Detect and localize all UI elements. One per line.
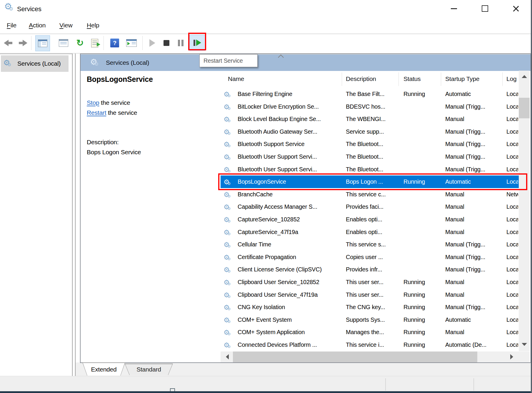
tab-extended[interactable]: Extended (82, 362, 125, 376)
service-row-connected-devices-platform[interactable]: Connected Devices Platform ...This servi… (221, 339, 519, 351)
column-header-startup-type[interactable]: Startup Type (445, 75, 479, 82)
service-row-cng-key-isolation[interactable]: CNG Key IsolationThe CNG key...RunningMa… (221, 301, 519, 314)
menu-view[interactable]: View (59, 22, 72, 29)
menu-file[interactable]: File (7, 22, 16, 29)
service-row-bopslogonservice[interactable]: BopsLogonServiceBops Logon ...RunningAut… (221, 175, 519, 188)
list-header-row: Name Description Status Startup Type Log (221, 71, 519, 88)
service-row-certificate-propagation[interactable]: Certificate PropagationCopies user ...Ma… (221, 251, 519, 263)
service-name: Certificate Propagation (238, 251, 340, 263)
scrollbar-corner (519, 351, 530, 362)
tree-item-services-local[interactable]: Services (Local) (1, 55, 69, 72)
service-row-bluetooth-user-support-servi[interactable]: Bluetooth User Support Servi...The Bluet… (221, 150, 519, 163)
service-row-bluetooth-audio-gateway-ser[interactable]: Bluetooth Audio Gateway Ser...Service su… (221, 125, 519, 138)
menu-help[interactable]: Help (87, 22, 99, 29)
export-list-button[interactable] (88, 34, 101, 52)
tab-standard-label: Standard (125, 366, 173, 373)
status-bar (0, 376, 532, 392)
service-row-block-level-backup-engine-se[interactable]: Block Level Backup Engine Se...The WBENG… (221, 113, 519, 125)
column-divider[interactable] (502, 72, 503, 86)
pane-header-title: Services (Local) (106, 59, 149, 66)
column-divider[interactable] (398, 72, 399, 86)
scroll-left-icon[interactable] (226, 354, 229, 359)
maximize-icon (482, 5, 488, 12)
service-row-capability-access-manager-s[interactable]: Capability Access Manager S...Provides f… (221, 200, 519, 213)
back-button[interactable] (3, 34, 15, 52)
extended-view-button[interactable] (125, 34, 138, 52)
service-status: Running (403, 288, 439, 301)
service-status: Running (403, 88, 439, 100)
service-row-branchcache[interactable]: BranchCacheThis service c...ManualNetw (221, 188, 519, 201)
column-header-name[interactable]: Name (228, 75, 244, 82)
menu-action[interactable]: Action (29, 22, 46, 29)
restart-link[interactable]: Restart (87, 109, 106, 116)
service-gear-icon (224, 115, 233, 124)
service-description: Enables opti... (346, 213, 398, 226)
scroll-right-icon[interactable] (510, 354, 513, 359)
minimize-button[interactable] (447, 4, 461, 13)
toolbar-separator (142, 36, 143, 50)
service-description: Bops Logon ... (346, 175, 398, 188)
service-gear-icon (224, 278, 233, 287)
service-name: Block Level Backup Engine Se... (238, 113, 340, 125)
restart-service-button[interactable] (189, 35, 205, 51)
service-name: Capability Access Manager S... (238, 200, 340, 213)
stop-service-button[interactable] (161, 34, 172, 52)
service-gear-icon (224, 341, 233, 350)
scroll-up-icon[interactable] (522, 75, 527, 78)
service-row-clipboard-user-service-47f19a[interactable]: Clipboard User Service_47f19aThis user s… (221, 288, 519, 301)
start-service-button[interactable] (146, 34, 158, 52)
scroll-down-icon[interactable] (522, 343, 527, 346)
service-row-com-event-system[interactable]: COM+ Event SystemSupports Sys...RunningA… (221, 314, 519, 326)
back-arrow-icon (4, 40, 14, 46)
horizontal-scrollbar-thumb[interactable] (233, 351, 477, 362)
pane-divider[interactable] (72, 54, 76, 376)
service-row-com-system-application[interactable]: COM+ System ApplicationManages the...Run… (221, 326, 519, 339)
column-header-log[interactable]: Log (506, 75, 516, 82)
service-row-bluetooth-support-service[interactable]: Bluetooth Support ServiceThe Bluetoot...… (221, 138, 519, 150)
column-header-status[interactable]: Status (403, 75, 421, 82)
service-row-clipboard-user-service-102852[interactable]: Clipboard User Service_102852This user s… (221, 276, 519, 288)
column-header-description[interactable]: Description (346, 75, 376, 82)
console-tree-icon (38, 39, 47, 47)
window-title: Services (17, 5, 41, 13)
forward-button[interactable] (16, 34, 28, 52)
description-label: Description: (87, 137, 141, 147)
pause-service-button[interactable] (175, 34, 186, 52)
help-button[interactable]: ? (109, 34, 121, 52)
service-name: COM+ System Application (238, 326, 340, 339)
properties-button[interactable] (58, 34, 69, 52)
maximize-button[interactable] (478, 4, 492, 13)
service-log-on-as: Loca (506, 150, 518, 163)
service-row-client-license-service-clipsvc[interactable]: Client License Service (ClipSVC)Provides… (221, 263, 519, 276)
service-startup-type: Manual (445, 288, 504, 301)
show-console-tree-button[interactable] (35, 35, 50, 51)
close-icon (513, 5, 519, 12)
service-row-bitlocker-drive-encryption-se[interactable]: BitLocker Drive Encryption Se...BDESVC h… (221, 100, 519, 113)
tab-standard[interactable]: Standard (125, 364, 173, 375)
service-name: Clipboard User Service_47f19a (238, 288, 340, 301)
column-divider[interactable] (342, 72, 342, 86)
service-row-bluetooth-user-support-servi[interactable]: Bluetooth User Support Servi...The Bluet… (221, 163, 519, 176)
service-log-on-as: Loca (506, 226, 518, 238)
service-description: Provides infr... (346, 263, 398, 276)
close-button[interactable] (509, 4, 523, 13)
service-description: This user ser... (346, 288, 398, 301)
service-gear-icon (224, 153, 233, 162)
stop-link[interactable]: Stop (87, 99, 99, 106)
service-row-base-filtering-engine[interactable]: Base Filtering EngineThe Base Filt...Run… (221, 88, 519, 100)
service-row-captureservice-102852[interactable]: CaptureService_102852Enables opti...Manu… (221, 213, 519, 226)
service-startup-type: Manual (Trigg... (445, 150, 504, 163)
service-row-cellular-time[interactable]: Cellular TimeThis service s...Manual (Tr… (221, 238, 519, 251)
service-description-block: Description: Bops Logon Service (87, 137, 141, 157)
service-description: The WBENGI... (346, 113, 398, 125)
service-row-captureservice-47f19a[interactable]: CaptureService_47f19aEnables opti...Manu… (221, 226, 519, 238)
play-icon (149, 39, 155, 47)
column-divider[interactable] (441, 72, 441, 86)
service-startup-type: Automatic (445, 314, 504, 326)
service-gear-icon (224, 203, 233, 212)
refresh-button[interactable]: ↻ (74, 34, 86, 52)
service-name: BitLocker Drive Encryption Se... (238, 100, 340, 113)
pane-header-band: Services (Local) (81, 54, 531, 71)
service-description: Enables opti... (346, 226, 398, 238)
vertical-scrollbar-thumb[interactable] (519, 98, 530, 118)
